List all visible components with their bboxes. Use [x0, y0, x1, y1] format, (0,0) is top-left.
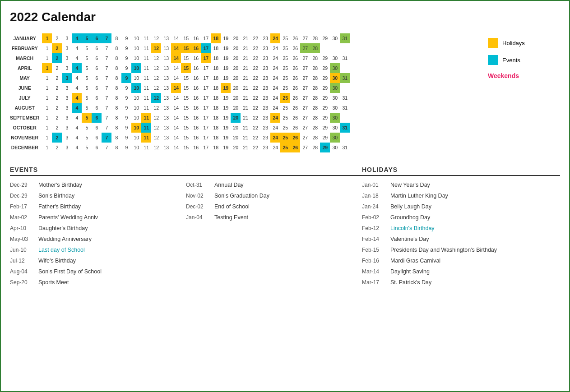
calendar-day: 23: [260, 133, 270, 143]
calendar-day: 21: [241, 103, 250, 113]
calendar-day: 8: [111, 83, 121, 93]
month-label-october: OCTOBER: [10, 123, 42, 133]
calendar-day: 10: [131, 93, 141, 103]
calendar-day: 28: [310, 63, 320, 73]
calendar-day: 17: [201, 123, 211, 133]
holiday-date: Feb-16: [362, 258, 387, 264]
calendar-day: 13: [161, 103, 171, 113]
calendar-day: 1: [42, 83, 52, 93]
calendar-day: 24: [270, 83, 280, 93]
calendar-day: 2: [52, 53, 62, 63]
calendar-day: 2: [52, 123, 62, 133]
calendar-day: 4: [72, 143, 82, 152]
calendar-day: 19: [221, 63, 231, 73]
calendar-day: 7: [102, 83, 111, 93]
calendar-day: 21: [241, 93, 250, 103]
calendar-day: 1: [42, 43, 52, 53]
calendar-day: 17: [201, 113, 211, 123]
calendar-day: 20: [231, 33, 241, 43]
calendar-day: 25: [280, 63, 290, 73]
calendar-day: 2: [52, 33, 62, 43]
calendar-day: 17: [201, 43, 211, 53]
calendar-day: 16: [191, 143, 201, 152]
calendar-day: 15: [181, 63, 191, 73]
calendar-day: 8: [111, 143, 121, 152]
calendar-day: 19: [221, 143, 231, 152]
calendar-day: 29: [320, 83, 330, 93]
calendar-day: 9: [121, 53, 131, 63]
calendar-day: 17: [201, 33, 211, 43]
event-name: Mother's Birthday: [38, 182, 82, 188]
list-item: Mar-02Parents' Wedding Anniv: [10, 212, 186, 223]
calendar-day: 23: [260, 93, 270, 103]
calendar-day: 26: [290, 53, 300, 63]
event-name: Father's Birthday: [38, 203, 81, 210]
calendar-day: 31: [340, 93, 350, 103]
holiday-date: Feb-02: [362, 214, 387, 221]
events-title: EVENTS: [10, 166, 362, 176]
calendar-day: 2: [52, 103, 62, 113]
calendar-day: 13: [161, 43, 171, 53]
calendar-day: 31: [340, 143, 350, 152]
calendar-day: 18: [211, 113, 221, 123]
calendar-day: 9: [121, 63, 131, 73]
calendar-day: 4: [72, 43, 82, 53]
calendar-day: 12: [151, 43, 161, 53]
calendar-day: 5: [82, 43, 92, 53]
calendar-day: 20: [231, 103, 241, 113]
calendar-day: 21: [241, 63, 250, 73]
calendar-day: 14: [171, 43, 181, 53]
calendar-day: 11: [141, 123, 151, 133]
month-label-september: SEPTEMBER: [10, 113, 42, 123]
calendar-day: 15: [181, 83, 191, 93]
calendar-day: 3: [62, 143, 72, 152]
calendar-day: 5: [82, 93, 92, 103]
calendar-day: 26: [290, 43, 300, 53]
calendar-day: 1: [42, 103, 52, 113]
events-col2: Oct-31Annual DayNov-02Son's Graduation D…: [186, 180, 362, 288]
list-item: May-03Wedding Anniversary: [10, 234, 186, 244]
month-label-june: JUNE: [10, 83, 42, 93]
calendar-day: 12: [151, 53, 161, 63]
calendar-day: 5: [82, 143, 92, 152]
calendar-day: 20: [231, 133, 241, 143]
holiday-legend-box: [488, 38, 498, 48]
calendar-day: 3: [62, 113, 72, 123]
calendar-day: 10: [131, 103, 141, 113]
calendar-day: 5: [82, 53, 92, 63]
calendar-day: 26: [290, 133, 300, 143]
calendar-day: 29: [320, 143, 330, 152]
event-legend-box: [488, 55, 498, 65]
calendar-day: 1: [42, 33, 52, 43]
calendar-day: 7: [102, 93, 111, 103]
calendar-day: 20: [231, 123, 241, 133]
calendar-day: 17: [201, 133, 211, 143]
calendar-day: 13: [161, 123, 171, 133]
calendar-day: 2: [52, 63, 62, 73]
calendar-day: 26: [290, 63, 300, 73]
calendar-day: 18: [211, 33, 221, 43]
calendar-day: 18: [211, 103, 221, 113]
event-name: Sports Meet: [38, 279, 69, 286]
calendar-day: 11: [141, 53, 151, 63]
calendar-day: 10: [131, 53, 141, 63]
calendar-day: 24: [270, 73, 280, 83]
calendar-day: 30: [330, 113, 340, 123]
holiday-name: Daylight Saving: [390, 268, 430, 275]
holiday-date: Mar-14: [362, 268, 387, 275]
calendar-day: 23: [260, 113, 270, 123]
calendar-day: 6: [92, 123, 102, 133]
calendar-day: 18: [211, 63, 221, 73]
calendar-day: 1: [42, 53, 52, 63]
calendar-day: 8: [111, 73, 121, 83]
list-item: Oct-31Annual Day: [186, 180, 362, 190]
calendar-day: 22: [250, 73, 260, 83]
calendar-day: 22: [250, 63, 260, 73]
calendar-day: 22: [250, 103, 260, 113]
list-item: Jan-24Belly Laugh Day: [362, 201, 560, 212]
calendar-day: 11: [141, 73, 151, 83]
event-date: Jul-12: [10, 258, 35, 264]
calendar-day: 30: [330, 63, 340, 73]
calendar-day: 12: [151, 113, 161, 123]
calendar-day: 13: [161, 143, 171, 152]
